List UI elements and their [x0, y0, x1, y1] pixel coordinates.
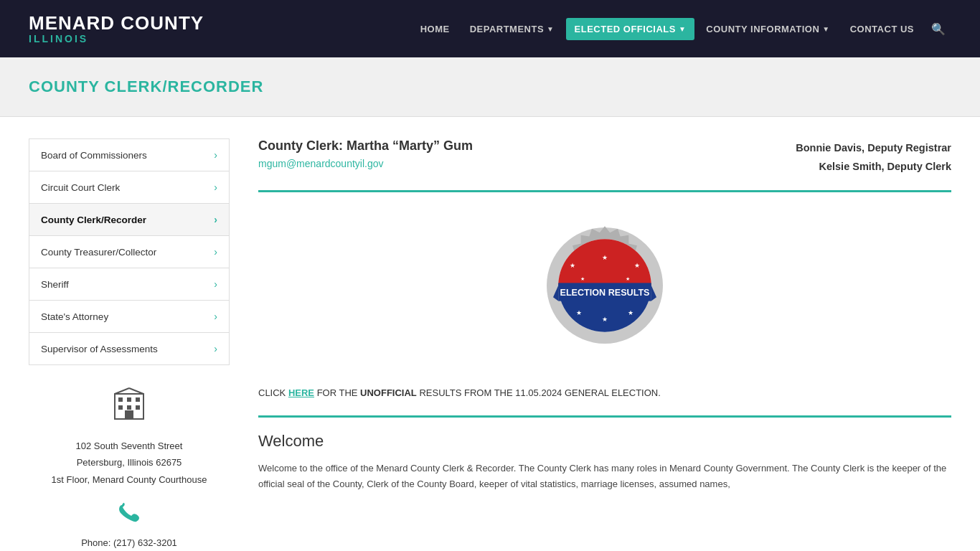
svg-rect-2 — [127, 397, 131, 402]
svg-text:★: ★ — [580, 276, 585, 282]
sidebar-item-treasurer[interactable]: County Treasurer/Collector › — [29, 236, 229, 268]
svg-rect-1 — [118, 397, 123, 402]
nav-home[interactable]: HOME — [412, 18, 458, 40]
svg-rect-6 — [136, 405, 140, 410]
svg-text:★: ★ — [634, 262, 640, 269]
arrow-icon: › — [214, 214, 217, 225]
phone-section: Phone: (217) 632-3201 — [29, 502, 230, 548]
svg-rect-4 — [118, 405, 123, 410]
deputy-clerk: Kelsie Smith, Deputy Clerk — [796, 157, 951, 176]
sidebar-item-states-attorney[interactable]: State's Attorney › — [29, 301, 229, 333]
sidebar-menu: Board of Commissioners › Circuit Court C… — [29, 138, 230, 365]
arrow-icon: › — [214, 278, 217, 290]
arrow-icon: › — [214, 311, 217, 322]
sidebar-item-circuit-court[interactable]: Circuit Court Clerk › — [29, 171, 229, 204]
welcome-section: Welcome Welcome to the office of the Men… — [258, 432, 951, 492]
sidebar-item-supervisor[interactable]: Supervisor of Assessments › — [29, 333, 229, 364]
arrow-icon: › — [214, 182, 217, 193]
svg-text:★: ★ — [602, 316, 608, 323]
logo-title: MENARD COUNTY — [29, 13, 204, 34]
election-badge-section: ★ ★ ★ ★ ★ ELECTION RESULTS ★ ★ ★ — [258, 207, 951, 364]
election-results-badge: ★ ★ ★ ★ ★ ELECTION RESULTS ★ ★ ★ — [540, 221, 669, 350]
svg-text:★: ★ — [570, 262, 575, 269]
main-content: Board of Commissioners › Circuit Court C… — [0, 117, 980, 551]
departments-chevron: ▼ — [547, 25, 554, 33]
sidebar-item-board[interactable]: Board of Commissioners › — [29, 139, 229, 171]
arrow-icon: › — [214, 246, 217, 258]
nav-county-information[interactable]: COUNTY INFORMATION ▼ — [697, 18, 838, 40]
logo-subtitle: ILLINOIS — [29, 33, 204, 44]
svg-line-9 — [129, 388, 143, 394]
clerk-info-right: Bonnie Davis, Deputy Registrar Kelsie Sm… — [796, 138, 951, 176]
clerk-email[interactable]: mgum@menardcountyil.gov — [258, 158, 384, 169]
clerk-name: County Clerk: Martha “Marty” Gum — [258, 138, 473, 154]
sidebar: Board of Commissioners › Circuit Court C… — [29, 117, 230, 551]
arrow-icon: › — [214, 343, 217, 354]
sidebar-item-county-clerk[interactable]: County Clerk/Recorder › — [29, 204, 229, 236]
clerk-info-left: County Clerk: Martha “Marty” Gum mgum@me… — [258, 138, 473, 169]
nav-elected-officials[interactable]: ELECTED OFFICIALS ▼ — [566, 18, 695, 40]
deputy-registrar: Bonnie Davis, Deputy Registrar — [796, 138, 951, 157]
svg-text:★: ★ — [626, 276, 630, 282]
svg-text:★: ★ — [628, 309, 633, 316]
phone-icon — [29, 502, 230, 533]
clerk-info-row: County Clerk: Martha “Marty” Gum mgum@me… — [258, 138, 951, 192]
page-title-bar: COUNTY CLERK/RECORDER — [0, 57, 980, 117]
svg-rect-5 — [127, 405, 131, 410]
page-title: COUNTY CLERK/RECORDER — [29, 77, 951, 96]
phone-text: Phone: (217) 632-3201 — [29, 537, 230, 548]
logo-area[interactable]: MENARD COUNTY ILLINOIS — [29, 13, 204, 45]
nav-departments[interactable]: DEPARTMENTS ▼ — [461, 18, 563, 40]
nav-contact-us[interactable]: CONTACT US — [842, 18, 923, 40]
arrow-icon: › — [214, 149, 217, 161]
welcome-title: Welcome — [258, 432, 951, 451]
content-area: County Clerk: Martha “Marty” Gum mgum@me… — [230, 117, 951, 551]
svg-rect-3 — [136, 397, 140, 402]
sidebar-info: 102 South Seventh Street Petersburg, Ill… — [29, 387, 230, 551]
county-info-chevron: ▼ — [822, 25, 829, 33]
welcome-text: Welcome to the office of the Menard Coun… — [258, 461, 951, 492]
search-button[interactable]: 🔍 — [925, 17, 951, 42]
site-header: MENARD COUNTY ILLINOIS HOME DEPARTMENTS … — [0, 0, 980, 57]
election-results-text: CLICK HERE FOR THE UNOFFICIAL RESULTS FR… — [258, 372, 951, 418]
sidebar-item-sheriff[interactable]: Sheriff › — [29, 268, 229, 301]
svg-text:ELECTION RESULTS: ELECTION RESULTS — [560, 288, 649, 298]
election-results-link[interactable]: HERE — [288, 387, 314, 398]
svg-text:★: ★ — [602, 254, 608, 261]
svg-line-8 — [115, 388, 129, 394]
svg-text:★: ★ — [576, 309, 582, 316]
building-icon — [29, 387, 230, 429]
address-block: 102 South Seventh Street Petersburg, Ill… — [29, 438, 230, 488]
main-nav: HOME DEPARTMENTS ▼ ELECTED OFFICIALS ▼ C… — [412, 17, 951, 42]
svg-rect-7 — [125, 410, 133, 419]
elected-officials-chevron: ▼ — [679, 25, 686, 33]
